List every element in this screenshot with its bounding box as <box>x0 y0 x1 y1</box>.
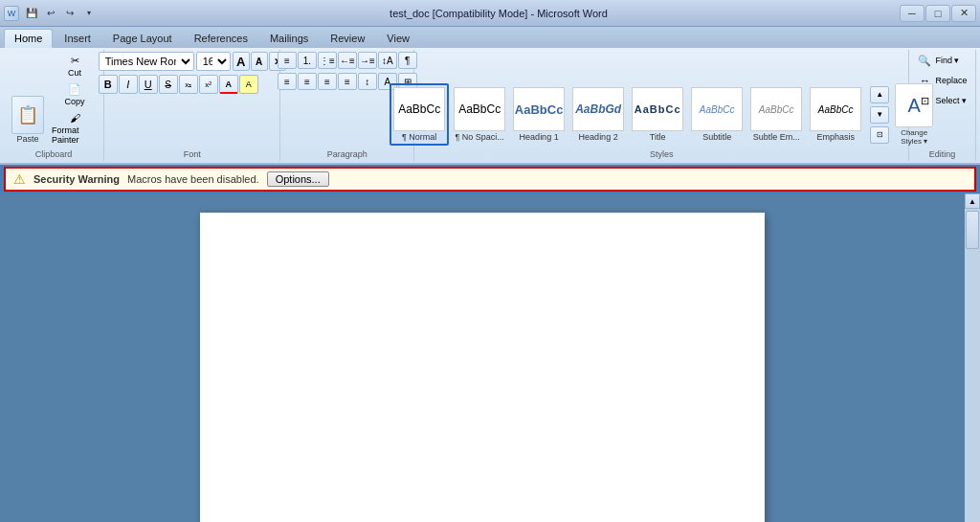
tab-page-layout[interactable]: Page Layout <box>102 29 183 48</box>
copy-label: Copy <box>65 97 85 106</box>
shrink-font-btn[interactable]: A <box>251 52 268 71</box>
font-name-select[interactable]: Times New Roman <box>99 52 194 71</box>
app-icon: W <box>4 6 19 21</box>
select-label: Select ▾ <box>935 96 967 105</box>
format-painter-label: Format Painter <box>52 125 98 145</box>
style-subtle-em[interactable]: AaBbCc Subtle Em... <box>747 84 805 145</box>
style-heading1[interactable]: AaBbCc Heading 1 <box>510 84 568 145</box>
scroll-thumb[interactable] <box>966 211 979 249</box>
style-preview-heading2: AaBbGd <box>572 87 624 131</box>
align-right-btn[interactable]: ≡ <box>318 73 337 90</box>
scroll-up-arrow[interactable]: ▲ <box>965 193 980 209</box>
clipboard-group: 📋 Paste ✂ Cut 📄 Copy <box>4 50 104 161</box>
style-preview-heading1: AaBbCc <box>513 87 565 131</box>
align-left-btn[interactable]: ≡ <box>278 73 297 90</box>
editing-group-label: Editing <box>913 148 971 159</box>
redo-quick-btn[interactable]: ↪ <box>61 5 78 22</box>
styles-group-label: Styles <box>418 148 904 159</box>
style-preview-subtitle: AaBbCc <box>691 87 743 131</box>
highlight-btn[interactable]: A <box>239 75 258 94</box>
save-quick-btn[interactable]: 💾 <box>23 5 40 22</box>
italic-button[interactable]: I <box>119 75 138 94</box>
replace-button[interactable]: ↔ Replace <box>915 72 969 89</box>
justify-btn[interactable]: ≡ <box>338 73 357 90</box>
style-name-heading2: Heading 2 <box>579 132 618 142</box>
paste-icon: 📋 <box>11 96 44 134</box>
document-page[interactable] <box>200 213 765 522</box>
editing-group: 🔍 Find ▾ ↔ Replace ⊡ Select ▾ Editing <box>909 50 976 161</box>
style-name-emphasis: Emphasis <box>816 132 855 142</box>
text-color-btn[interactable]: A <box>219 75 238 94</box>
styles-gallery: AaBbCc ¶ Normal AaBbCc ¶ No Spaci... AaB… <box>390 52 933 148</box>
increase-indent-btn[interactable]: →≡ <box>358 52 377 69</box>
styles-group: AaBbCc ¶ Normal AaBbCc ¶ No Spaci... AaB… <box>414 50 909 161</box>
font-size-select[interactable]: 16 <box>196 52 231 71</box>
strikethrough-button[interactable]: S <box>159 75 178 94</box>
decrease-indent-btn[interactable]: ←≡ <box>338 52 357 69</box>
style-title[interactable]: AaBbCc Title <box>629 84 686 145</box>
style-preview-title: AaBbCc <box>632 87 683 131</box>
title-bar-left: W 💾 ↩ ↪ ▾ <box>4 5 98 22</box>
format-painter-icon: 🖌 <box>67 110 82 125</box>
style-name-normal: ¶ Normal <box>402 132 436 142</box>
minimize-button[interactable]: ─ <box>900 5 924 22</box>
ribbon-content: 📋 Paste ✂ Cut 📄 Copy <box>0 48 980 163</box>
bold-button[interactable]: B <box>99 75 118 94</box>
tab-mailings[interactable]: Mailings <box>259 29 319 48</box>
style-subtitle[interactable]: AaBbCc Subtitle <box>688 84 746 145</box>
underline-button[interactable]: U <box>139 75 158 94</box>
cut-button[interactable]: ✂ Cut <box>50 52 100 79</box>
format-painter-button[interactable]: 🖌 Format Painter <box>50 109 100 146</box>
paste-button[interactable]: 📋 Paste <box>8 94 48 146</box>
bullets-button[interactable]: ≡ <box>278 52 297 69</box>
security-warning-icon: ⚠ <box>13 171 26 187</box>
tab-view[interactable]: View <box>376 29 420 48</box>
styles-more-btn[interactable]: ⊡ <box>870 126 889 144</box>
cut-label: Cut <box>68 68 81 78</box>
styles-up-btn[interactable]: ▲ <box>870 86 889 103</box>
tab-review[interactable]: Review <box>320 29 375 48</box>
security-warning-bar: ⚠ Security Warning Macros have been disa… <box>4 167 976 192</box>
quick-access-dropdown[interactable]: ▾ <box>80 5 98 22</box>
select-button[interactable]: ⊡ Select ▾ <box>915 92 969 109</box>
title-bar: W 💾 ↩ ↪ ▾ test_doc [Compatibility Mode] … <box>0 0 980 27</box>
security-options-button[interactable]: Options... <box>267 171 329 187</box>
grow-font-btn[interactable]: A <box>233 52 250 71</box>
paste-label: Paste <box>16 134 38 144</box>
style-normal[interactable]: AaBbCc ¶ Normal <box>390 83 449 146</box>
window-controls: ─ □ ✕ <box>900 5 976 22</box>
security-warning-label: Security Warning <box>33 173 120 185</box>
security-warning-message: Macros have been disabled. <box>127 173 259 185</box>
find-button[interactable]: 🔍 Find ▾ <box>915 52 969 69</box>
styles-down-btn[interactable]: ▼ <box>870 106 889 124</box>
select-icon: ⊡ <box>917 93 932 108</box>
copy-button[interactable]: 📄 Copy <box>50 80 100 107</box>
ribbon: Home Insert Page Layout References Maili… <box>0 27 980 165</box>
tab-insert[interactable]: Insert <box>54 29 101 48</box>
align-center-btn[interactable]: ≡ <box>298 73 317 90</box>
cut-icon: ✂ <box>67 53 82 68</box>
close-button[interactable]: ✕ <box>951 5 976 22</box>
window-title: test_doc [Compatibility Mode] - Microsof… <box>98 8 900 19</box>
tab-home[interactable]: Home <box>4 29 53 48</box>
main-container: ▲ ▼ <box>0 193 980 522</box>
undo-quick-btn[interactable]: ↩ <box>42 5 59 22</box>
document-area <box>0 193 965 522</box>
style-no-spacing[interactable]: AaBbCc ¶ No Spaci... <box>451 84 508 145</box>
style-name-subtitle: Subtitle <box>702 132 731 142</box>
subscript-button[interactable]: x₂ <box>179 75 198 94</box>
doc-scroll-area <box>0 193 965 522</box>
scrollbar-vertical[interactable]: ▲ ▼ <box>965 193 980 522</box>
style-heading2[interactable]: AaBbGd Heading 2 <box>569 84 627 145</box>
replace-icon: ↔ <box>917 73 932 88</box>
numbering-button[interactable]: 1. <box>298 52 317 69</box>
tab-references[interactable]: References <box>184 29 258 48</box>
font-group-label: Font <box>108 148 276 159</box>
multilevel-button[interactable]: ⋮≡ <box>318 52 337 69</box>
line-spacing-btn[interactable]: ↕ <box>358 73 377 90</box>
superscript-button[interactable]: x² <box>199 75 218 94</box>
style-emphasis[interactable]: AaBbCc Emphasis <box>807 84 864 145</box>
clipboard-group-label: Clipboard <box>8 148 100 159</box>
scroll-track[interactable] <box>965 209 980 522</box>
restore-button[interactable]: □ <box>925 5 950 22</box>
